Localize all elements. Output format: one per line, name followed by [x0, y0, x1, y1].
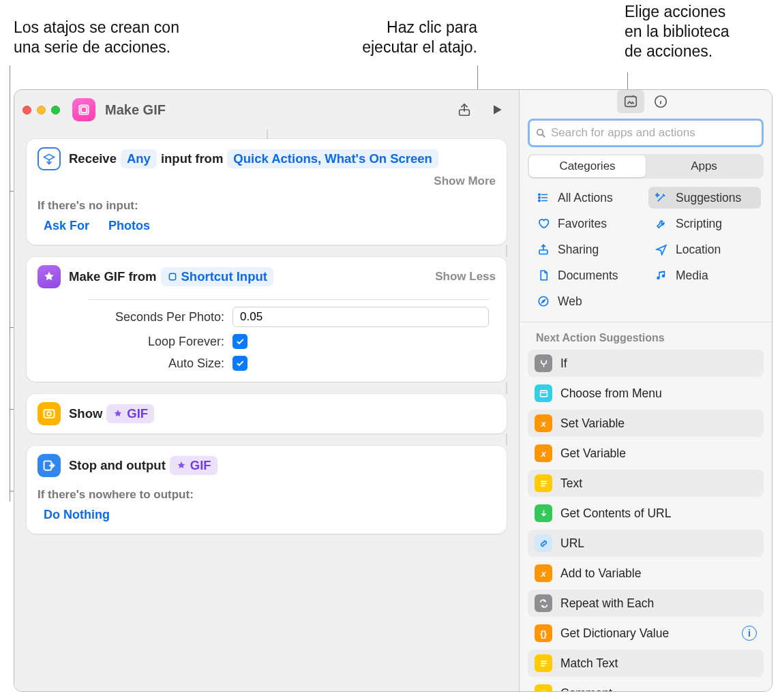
- suggestion-comment[interactable]: Comment: [528, 680, 764, 692]
- close-window-button[interactable]: [22, 106, 31, 115]
- share-button[interactable]: [451, 98, 478, 121]
- nowhere-label: If there's nowhere to output:: [27, 485, 507, 506]
- suggestion-text[interactable]: Text: [528, 470, 764, 497]
- svg-point-11: [539, 197, 540, 198]
- shortcut-icon: [72, 98, 95, 121]
- svg-rect-13: [539, 250, 548, 254]
- svg-point-12: [539, 200, 540, 201]
- category-sharing[interactable]: Sharing: [530, 239, 643, 260]
- category-location[interactable]: Location: [648, 239, 761, 260]
- search-field[interactable]: [528, 119, 764, 147]
- output-gif-token[interactable]: GIF: [170, 456, 217, 475]
- loop-label: Loop Forever:: [88, 335, 224, 349]
- suggestion-repeat-with-each[interactable]: Repeat with Each: [528, 590, 764, 617]
- list-icon: [536, 190, 551, 205]
- action-make-gif[interactable]: Make GIF from Shortcut Input Show Less S…: [27, 257, 507, 382]
- suggestion-icon: x: [535, 444, 552, 462]
- suggestion-icon: [535, 474, 552, 492]
- search-input[interactable]: [547, 123, 756, 142]
- output-prefix: Stop and output: [69, 458, 166, 473]
- suggestion-icon: [535, 654, 552, 672]
- action-library-pane: Categories Apps All ActionsSuggestionsFa…: [519, 90, 772, 691]
- output-icon: [38, 454, 61, 477]
- svg-rect-4: [44, 410, 55, 418]
- suggestion-get-contents-of-url[interactable]: Get Contents of URL: [528, 500, 764, 527]
- suggestion-info-button[interactable]: i: [742, 626, 757, 641]
- suggestion-icon: x: [535, 564, 552, 582]
- suggestion-icon: [535, 684, 552, 692]
- callout-library: Elige acciones en la biblioteca de accio…: [625, 2, 729, 61]
- makegif-prefix: Make GIF from: [69, 269, 157, 284]
- minimize-window-button[interactable]: [37, 106, 46, 115]
- suggestion-icon: [535, 504, 552, 522]
- suggestion-icon: [535, 384, 552, 402]
- suggestion-icon: x: [535, 414, 552, 432]
- svg-rect-3: [169, 273, 175, 279]
- show-gif-token[interactable]: GIF: [106, 404, 154, 423]
- action-list: Receive Any input from Quick Actions, Wh…: [14, 130, 519, 691]
- category-web[interactable]: Web: [530, 290, 643, 312]
- suggestions-heading: Next Action Suggestions: [520, 322, 772, 350]
- suggestion-add-to-variable[interactable]: xAdd to Variable: [528, 560, 764, 587]
- suggestion-icon: [535, 594, 552, 612]
- suggestion-icon: [535, 354, 552, 372]
- receive-prefix: Receive: [69, 151, 117, 166]
- action-show[interactable]: Show GIF: [27, 394, 507, 433]
- library-toggle-button[interactable]: [617, 90, 644, 113]
- category-media[interactable]: Media: [648, 264, 761, 286]
- info-toggle-button[interactable]: [647, 90, 674, 113]
- category-scripting[interactable]: Scripting: [648, 213, 761, 234]
- svg-rect-1: [81, 107, 87, 112]
- auto-size-checkbox[interactable]: [232, 356, 247, 371]
- suggestion-set-variable[interactable]: xSet Variable: [528, 410, 764, 437]
- svg-point-10: [539, 194, 540, 195]
- shortcut-title: Make GIF: [105, 102, 166, 118]
- suggestion-if[interactable]: If: [528, 350, 764, 377]
- shortcut-input-token[interactable]: Shortcut Input: [161, 267, 273, 286]
- action-stop-output[interactable]: Stop and output GIF If there's nowhere t…: [27, 446, 507, 534]
- category-favorites[interactable]: Favorites: [530, 213, 643, 234]
- callout-line: [10, 65, 10, 502]
- suggestion-get-dictionary-value[interactable]: {}Get Dictionary Valuei: [528, 620, 764, 647]
- show-more-link[interactable]: Show More: [434, 174, 496, 188]
- receive-source-token[interactable]: Quick Actions, What's On Screen: [227, 149, 438, 168]
- suggestion-match-text[interactable]: Match Text: [528, 650, 764, 677]
- receive-any-token[interactable]: Any: [121, 149, 157, 168]
- category-suggestions[interactable]: Suggestions: [648, 187, 761, 209]
- svg-point-5: [47, 412, 51, 416]
- suggestion-choose-from-menu[interactable]: Choose from Menu: [528, 380, 764, 407]
- suggestion-get-variable[interactable]: xGet Variable: [528, 440, 764, 467]
- search-icon: [535, 127, 547, 139]
- safari-icon: [536, 294, 551, 309]
- category-app-segment[interactable]: Categories Apps: [528, 154, 764, 179]
- category-grid: All ActionsSuggestionsFavoritesScripting…: [520, 187, 772, 322]
- share-icon: [536, 242, 551, 257]
- segment-apps[interactable]: Apps: [646, 155, 762, 177]
- category-all-actions[interactable]: All Actions: [530, 187, 643, 209]
- run-button[interactable]: [483, 98, 511, 121]
- callout-actions: Los atajos se crean con una serie de acc…: [14, 18, 179, 57]
- segment-categories[interactable]: Categories: [529, 155, 646, 177]
- loop-forever-checkbox[interactable]: [232, 334, 247, 349]
- makegif-icon: [38, 265, 61, 288]
- svg-rect-15: [540, 391, 547, 397]
- suggestion-icon: {}: [535, 624, 552, 642]
- seconds-label: Seconds Per Photo:: [88, 310, 224, 324]
- seconds-per-photo-input[interactable]: [232, 307, 489, 327]
- zoom-window-button[interactable]: [51, 106, 60, 115]
- library-toolbar: [520, 90, 772, 113]
- svg-point-9: [537, 129, 543, 135]
- suggestion-url[interactable]: URL: [528, 530, 764, 557]
- shortcuts-editor-window: Make GIF Receive Any input from: [14, 89, 772, 692]
- show-icon: [38, 402, 61, 425]
- do-nothing-token[interactable]: Do Nothing: [38, 506, 116, 524]
- nav-icon: [654, 242, 669, 257]
- action-receive-input[interactable]: Receive Any input from Quick Actions, Wh…: [27, 139, 507, 245]
- suggestion-icon: [535, 534, 552, 552]
- category-documents[interactable]: Documents: [530, 264, 643, 286]
- show-less-link[interactable]: Show Less: [435, 270, 496, 284]
- svg-rect-7: [625, 97, 637, 107]
- autosize-label: Auto Size:: [88, 356, 224, 371]
- photos-token[interactable]: Photos: [102, 217, 156, 235]
- ask-for-token[interactable]: Ask For: [38, 217, 95, 235]
